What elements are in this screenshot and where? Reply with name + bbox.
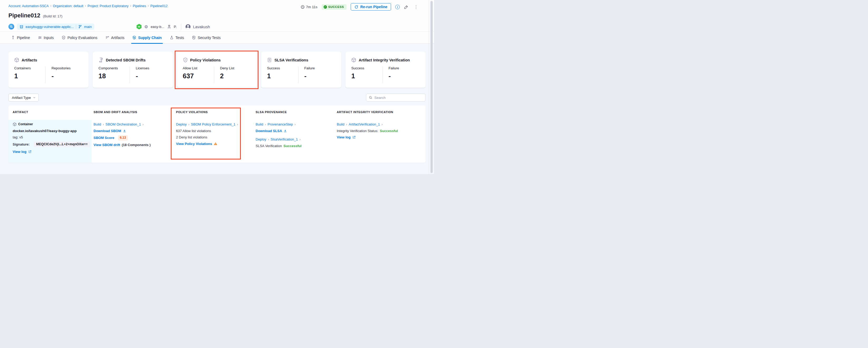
metric-value: 637	[183, 72, 214, 80]
allow-list-violations: 637 Allow list violations	[176, 129, 238, 133]
view-log-link[interactable]: View log	[13, 150, 27, 154]
page-header: Account: Automation-SSCA› Organization: …	[0, 0, 434, 31]
step-link[interactable]: SBOM Policy Enforcement_1	[191, 122, 238, 126]
trigger-icon	[8, 24, 14, 30]
download-icon	[123, 129, 126, 133]
clock-icon	[301, 5, 305, 9]
metric-label: Allow List	[183, 66, 214, 70]
download-icon	[283, 129, 287, 133]
refresh-icon	[354, 5, 359, 9]
stage-link[interactable]: Build	[94, 122, 104, 126]
tab-security-tests[interactable]: Security Tests	[192, 32, 221, 44]
scrollbar-thumb[interactable]	[431, 1, 433, 173]
breadcrumb-organization[interactable]: Organization: default	[53, 4, 83, 8]
metric-value: 18	[98, 72, 130, 80]
tab-supply-chain[interactable]: Supply Chain	[132, 32, 161, 44]
stage-link[interactable]: Deploy	[176, 122, 189, 126]
repo-name[interactable]: easybuggy-vulnerable-applic...	[26, 25, 74, 29]
summary-cards: Artifacts Containers1 Repositories- Dete…	[8, 52, 426, 88]
card-sbom-drifts: Detected SBOM Drifts Components18 Licens…	[93, 52, 173, 88]
artifact-tag: tag: v5	[13, 135, 88, 140]
sbom-score-link[interactable]: SBOM Score	[94, 136, 114, 140]
security-shield-search-icon	[192, 36, 196, 39]
view-policy-violations-link[interactable]: View Policy Violations	[176, 142, 212, 146]
view-log-link[interactable]: View log	[337, 135, 351, 140]
drift-components-count: (18 Components )	[122, 143, 151, 147]
edit-pencil-icon[interactable]	[404, 5, 408, 9]
tab-policy-evaluations[interactable]: Policy Evaluations	[62, 32, 97, 44]
sbom-score-badge[interactable]: 6.13	[118, 135, 128, 141]
tab-tests[interactable]: Tests	[170, 32, 184, 44]
rerun-pipeline-button[interactable]: Re-run Pipeline	[351, 3, 391, 10]
deny-list-violations: 2 Deny list violations	[176, 135, 238, 140]
step-link[interactable]: SBOM Orchestration_1	[105, 122, 144, 126]
tab-inputs[interactable]: Inputs	[38, 32, 54, 44]
branch-icon	[78, 25, 82, 28]
metric-value: -	[389, 72, 420, 80]
metric-label: Success	[351, 66, 382, 70]
signature-label: Signature:	[13, 142, 30, 147]
download-sbom-link[interactable]: Download SBOM	[94, 129, 121, 133]
metric-value: 1	[267, 72, 298, 80]
artifact-type-select[interactable]: Artifact Type	[8, 94, 39, 102]
supply-chain-page: Account: Automation-SSCA› Organization: …	[0, 0, 434, 174]
inputs-icon	[38, 36, 42, 39]
check-circle-icon: ✓	[323, 5, 327, 9]
branch-name[interactable]: main	[84, 25, 92, 29]
info-icon[interactable]: i	[395, 5, 400, 9]
tab-pipeline[interactable]: Pipeline	[11, 32, 30, 44]
metric-value: -	[136, 72, 167, 80]
metric-label: Licenses	[136, 66, 167, 70]
repo-pill[interactable]: easybuggy-vulnerable-applic... main	[17, 24, 94, 30]
harness-ci-icon: ∞	[136, 24, 142, 30]
col-artifact: ARTIFACT	[13, 111, 28, 114]
user-name: Lavakush	[193, 25, 210, 29]
step-link[interactable]: ArtifactVerification_1	[349, 122, 383, 126]
download-slsa-link[interactable]: Download SLSA	[256, 129, 282, 133]
step-link[interactable]: SlsaVerification_1	[271, 137, 301, 142]
metric-label: Components	[98, 66, 130, 70]
status-badge: ✓ SUCCESS	[322, 4, 347, 10]
table-header: ARTIFACT SBOM AND DRIFT ANALYSIS POLICY …	[8, 106, 426, 120]
divider	[181, 24, 181, 30]
shield-check-icon	[62, 36, 66, 39]
external-link-icon	[352, 136, 356, 139]
build-id: (Build Id: 17)	[43, 14, 62, 18]
integrity-status-label: Integrity Verification Status:	[337, 129, 378, 133]
divider	[76, 25, 76, 29]
card-slsa-verifications: SLSA Verifications Success1 Failure-	[261, 52, 341, 88]
breadcrumb-pipelines[interactable]: Pipelines	[133, 4, 146, 8]
run-duration: 7m 11s	[301, 5, 317, 9]
trigger-abbrev: P.	[174, 25, 177, 29]
search-box[interactable]	[366, 94, 426, 102]
search-input[interactable]	[374, 96, 423, 100]
external-link-icon	[28, 150, 32, 153]
vertical-scrollbar[interactable]	[430, 1, 433, 173]
breadcrumb-pipeline012[interactable]: Pipeline012	[151, 4, 167, 8]
step-link[interactable]: ProvenanceStep	[268, 122, 296, 126]
warning-icon	[214, 142, 217, 146]
stage-link[interactable]: Deploy	[256, 137, 269, 142]
breadcrumb-project[interactable]: Project: Product Exploratory	[88, 4, 129, 8]
tab-artifacts[interactable]: Artifacts	[105, 32, 125, 44]
sbom-document-icon	[98, 57, 103, 62]
slsa-provenance-cell: Build ProvenanceStep Download SLSA Deplo…	[256, 120, 302, 163]
metric-value: 1	[14, 72, 45, 80]
metric-value: -	[51, 72, 83, 80]
header-actions: 7m 11s ✓ SUCCESS Re-run Pipeline i ⋮	[301, 3, 419, 10]
card-artifacts: Artifacts Containers1 Repositories-	[8, 52, 89, 88]
artifact-list-icon	[105, 36, 110, 39]
breadcrumb-account[interactable]: Account: Automation-SSCA	[8, 4, 49, 8]
integrity-status-value: Successful	[380, 129, 398, 133]
chevron-right-icon: ›	[130, 4, 131, 8]
view-sbom-drift-link[interactable]: View SBOM drift	[94, 143, 120, 147]
artifact-table: ARTIFACT SBOM AND DRIFT ANALYSIS POLICY …	[8, 106, 426, 163]
shield-check-icon	[183, 57, 188, 62]
chevron-right-icon: ›	[85, 4, 86, 8]
right-edge-divider	[429, 0, 429, 174]
stage-link[interactable]: Build	[337, 122, 347, 126]
artifact-cell: Container docker.io/lavakush07/easy-bugg…	[8, 120, 92, 163]
more-options-icon[interactable]: ⋮	[413, 4, 419, 10]
col-policy-violations: POLICY VIOLATIONS	[176, 111, 208, 114]
stage-link[interactable]: Build	[256, 122, 266, 126]
